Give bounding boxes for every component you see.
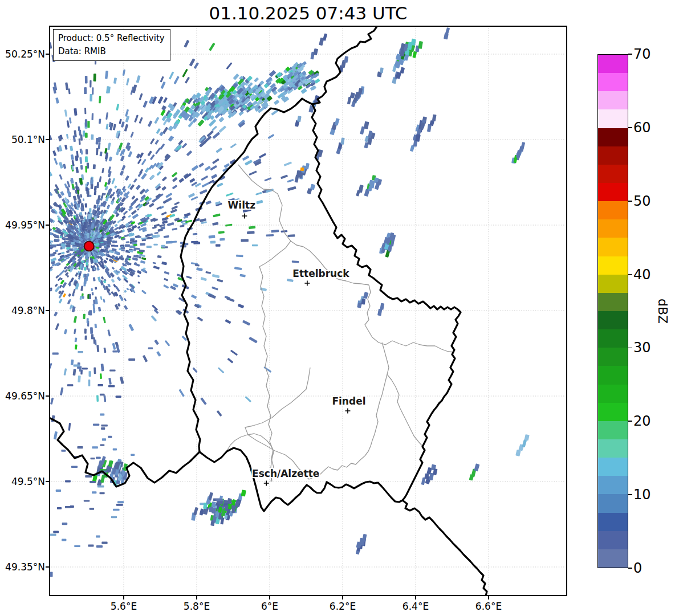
- colorbar-tick-label: 0: [633, 560, 642, 576]
- colorbar-segment: [598, 219, 628, 238]
- lat-tick-label: 49.5°N: [0, 475, 45, 488]
- colorbar-tick-mark: [628, 494, 632, 495]
- lon-tick-label: 6.6°E: [475, 600, 502, 613]
- map-plot: Product: 0.5° Reflectivity Data: RMIB Wi…: [49, 26, 567, 596]
- lat-tick-mark: [46, 395, 49, 397]
- lat-tick-mark: [46, 481, 49, 482]
- lon-tick-label: 6°E: [261, 600, 278, 613]
- radar-station-dot: [84, 242, 94, 251]
- colorbar-segment: [598, 293, 628, 311]
- colorbar-tick-mark: [628, 201, 632, 202]
- colorbar-tick-label: 50: [633, 193, 651, 209]
- data-source-line: Data: RMIB: [58, 45, 165, 58]
- colorbar-segment: [598, 329, 628, 348]
- colorbar: [597, 54, 628, 568]
- lon-tick-mark: [488, 596, 489, 599]
- city-label-findel: Findel: [332, 395, 365, 407]
- lat-tick-label: 50.1°N: [0, 133, 45, 146]
- city-marker-icon: [304, 281, 310, 286]
- colorbar-segment: [598, 238, 628, 256]
- colorbar-segment: [598, 109, 628, 128]
- colorbar-segment: [598, 128, 628, 146]
- lat-tick-mark: [46, 139, 49, 140]
- city-marker-icon: [242, 214, 247, 219]
- colorbar-tick-label: 10: [633, 487, 651, 503]
- region-borders: [227, 165, 454, 482]
- lat-tick-mark: [46, 310, 49, 311]
- lat-tick-mark: [46, 566, 49, 568]
- lon-tick-label: 5.6°E: [111, 600, 137, 613]
- lon-tick-mark: [415, 596, 416, 599]
- colorbar-segment: [598, 439, 628, 458]
- city-label-ettelbruck: Ettelbruck: [292, 268, 349, 279]
- city-label-wiltz: Wiltz: [228, 199, 255, 211]
- colorbar-tick-label: 70: [633, 46, 651, 62]
- lon-tick-mark: [123, 596, 124, 599]
- lat-tick-label: 49.95°N: [0, 219, 45, 231]
- colorbar-tick-label: 20: [633, 413, 651, 429]
- colorbar-segment: [598, 165, 628, 183]
- colorbar-segment: [598, 421, 628, 439]
- colorbar-segment: [598, 183, 628, 201]
- colorbar-tick-label: 30: [633, 340, 651, 356]
- colorbar-segment: [598, 403, 628, 421]
- lat-tick-mark: [46, 54, 49, 55]
- colorbar-segment: [598, 531, 628, 549]
- colorbar-segment: [598, 513, 628, 531]
- lon-tick-mark: [342, 596, 343, 599]
- colorbar-segment: [598, 348, 628, 366]
- lon-tick-label: 6.4°E: [402, 600, 429, 613]
- lon-tick-label: 5.8°E: [184, 600, 210, 613]
- colorbar-tick-mark: [628, 127, 632, 128]
- lat-tick-mark: [46, 225, 49, 226]
- colorbar-segment: [598, 385, 628, 403]
- figure-title: 01.10.2025 07:43 UTC: [49, 2, 567, 24]
- lat-tick-label: 49.65°N: [0, 390, 45, 402]
- colorbar-axis-label: dBZ: [656, 299, 670, 324]
- colorbar-segment: [598, 256, 628, 275]
- colorbar-tick-label: 40: [633, 267, 651, 283]
- colorbar-tick-mark: [628, 348, 632, 349]
- lon-tick-mark: [196, 596, 197, 599]
- colorbar-segment: [598, 311, 628, 329]
- lon-tick-label: 6.2°E: [330, 600, 356, 613]
- colorbar-segment: [598, 549, 628, 568]
- product-info-box: Product: 0.5° Reflectivity Data: RMIB: [53, 29, 170, 61]
- city-label-esch-alzette: Esch/Alzette: [252, 468, 319, 479]
- radar-figure: 01.10.2025 07:43 UTC Product: 0.5° Refle…: [0, 0, 675, 616]
- colorbar-segment: [598, 201, 628, 219]
- city-markers: [242, 214, 350, 486]
- colorbar-segment: [598, 55, 628, 73]
- lat-tick-label: 50.25°N: [0, 48, 45, 60]
- colorbar-tick-mark: [628, 568, 632, 569]
- colorbar-segment: [598, 458, 628, 476]
- colorbar-tick-mark: [628, 54, 632, 55]
- city-marker-icon: [345, 409, 350, 414]
- colorbar-segment: [598, 146, 628, 165]
- colorbar-segment: [598, 476, 628, 494]
- colorbar-segment: [598, 494, 628, 512]
- colorbar-tick-label: 60: [633, 120, 651, 136]
- colorbar-segment: [598, 73, 628, 91]
- lon-tick-mark: [269, 596, 270, 599]
- product-line: Product: 0.5° Reflectivity: [58, 32, 165, 45]
- colorbar-segment: [598, 366, 628, 384]
- lat-tick-label: 49.8°N: [0, 304, 45, 317]
- colorbar-tick-mark: [628, 274, 632, 275]
- colorbar-segment: [598, 91, 628, 109]
- colorbar-segment: [598, 275, 628, 293]
- colorbar-tick-mark: [628, 421, 632, 422]
- radar-map: [49, 26, 567, 596]
- lat-tick-label: 49.35°N: [0, 561, 45, 573]
